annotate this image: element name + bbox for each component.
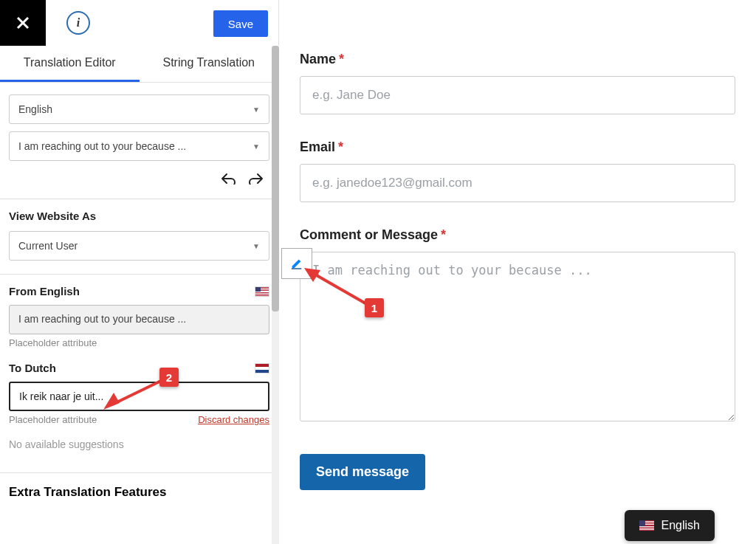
view-as-select[interactable]: Current User ▼ — [9, 231, 269, 261]
scrollbar-thumb[interactable] — [272, 46, 279, 311]
sidebar-topbar: i Save — [0, 0, 278, 46]
redo-icon — [249, 173, 264, 185]
flag-us-icon — [255, 286, 269, 297]
source-attr-note: Placeholder attribute — [9, 337, 269, 348]
flag-nl-icon — [255, 363, 269, 373]
required-mark: * — [339, 52, 344, 66]
message-label: Comment or Message* — [300, 227, 735, 243]
flag-us-icon — [639, 520, 654, 531]
sidebar-body: English ▼ I am reaching out to your beca… — [0, 83, 278, 544]
info-icon: i — [77, 16, 80, 30]
required-mark: * — [338, 140, 343, 154]
close-icon — [16, 16, 30, 30]
extra-features-heading: Extra Translation Features — [0, 472, 278, 507]
annotation-callout-1: 1 — [365, 298, 384, 317]
svg-line-5 — [112, 380, 162, 404]
discard-changes-link[interactable]: Discard changes — [198, 414, 269, 425]
email-label: Email* — [300, 140, 735, 155]
source-text-box: I am reaching out to your because ... — [9, 305, 269, 334]
no-suggestions-text: No available suggestions — [9, 438, 269, 450]
from-lang-heading: From English — [9, 285, 80, 297]
language-select-value: English — [18, 103, 52, 115]
translation-sidebar: i Save Translation Editor String Transla… — [0, 0, 279, 544]
svg-rect-2 — [292, 268, 302, 269]
target-attr-note: Placeholder attribute — [9, 414, 97, 425]
language-switcher-label: English — [662, 519, 700, 532]
to-lang-heading: To Dutch — [9, 362, 56, 374]
sidebar-scrollbar[interactable] — [272, 46, 279, 544]
annotation-callout-2: 2 — [159, 368, 179, 387]
language-select[interactable]: English ▼ — [9, 94, 269, 124]
name-label: Name* — [300, 52, 735, 67]
svg-line-3 — [315, 275, 371, 306]
contact-form: Name* Email* Comment or Message* Send me… — [279, 0, 756, 490]
email-input[interactable] — [300, 164, 735, 202]
tab-translation-editor[interactable]: Translation Editor — [0, 46, 140, 82]
chevron-down-icon: ▼ — [252, 106, 260, 114]
info-button[interactable]: i — [66, 11, 90, 35]
pencil-icon — [290, 257, 303, 270]
undo-icon — [221, 173, 236, 185]
language-switcher[interactable]: English — [625, 510, 715, 541]
source-text: I am reaching out to your because ... — [18, 313, 186, 325]
name-input[interactable] — [300, 76, 735, 114]
required-mark: * — [441, 227, 446, 242]
send-message-button[interactable]: Send message — [300, 454, 425, 490]
string-select-value: I am reaching out to your because ... — [18, 140, 186, 152]
close-button[interactable] — [0, 0, 46, 46]
chevron-down-icon: ▼ — [252, 242, 260, 250]
view-as-value: Current User — [18, 240, 78, 252]
view-as-heading: View Website As — [9, 210, 269, 222]
undo-redo-row — [9, 168, 269, 199]
undo-button[interactable] — [221, 171, 236, 188]
string-select[interactable]: I am reaching out to your because ... ▼ — [9, 131, 269, 161]
tab-string-translation[interactable]: String Translation — [140, 46, 279, 82]
chevron-down-icon: ▼ — [252, 142, 260, 151]
redo-button[interactable] — [249, 171, 264, 188]
save-button[interactable]: Save — [213, 10, 268, 37]
sidebar-tabs: Translation Editor String Translation — [0, 46, 278, 83]
svg-marker-6 — [103, 393, 120, 410]
